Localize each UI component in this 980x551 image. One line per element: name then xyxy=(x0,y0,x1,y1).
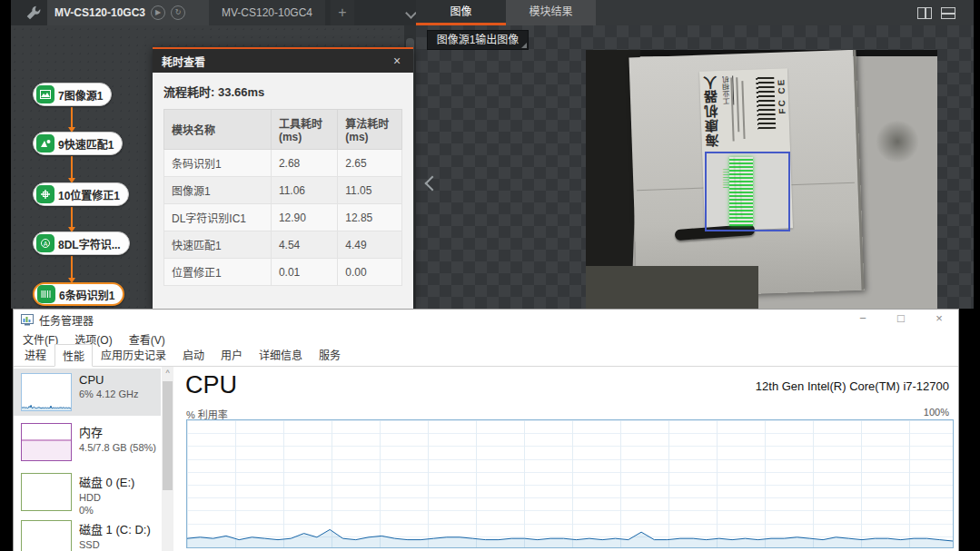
run-once-icon[interactable]: ▶ xyxy=(151,5,165,20)
table-row[interactable]: 快速匹配1 4.54 4.49 xyxy=(164,231,402,259)
cpu-sparkline xyxy=(22,374,71,410)
taskmgr-title: 任务管理器 xyxy=(39,312,94,328)
sidebar-scrollbar[interactable]: ^ xyxy=(162,367,173,551)
node-label: 10位置修正1 xyxy=(58,187,120,202)
sidebar-disk0-name: 磁盘 0 (E:) xyxy=(79,473,134,490)
table-row[interactable]: DL字符识别IC1 12.90 12.85 xyxy=(164,204,402,231)
window-controls: − □ × xyxy=(844,310,958,330)
taskmgr-titlebar[interactable]: 任务管理器 − □ × xyxy=(14,310,958,330)
cell-algo-time: 2.65 xyxy=(338,150,402,177)
taskmgr-tabbar: 进程 性能 应用历史记录 启动 用户 详细信息 服务 xyxy=(14,348,958,367)
sidebar-cpu-name: CPU xyxy=(79,373,138,387)
node-label: 9快速匹配1 xyxy=(58,136,114,152)
tab-app-history[interactable]: 应用历史记录 xyxy=(93,343,174,366)
scrollbar-up-arrow-icon[interactable]: ^ xyxy=(162,367,173,379)
add-solution-tab-button[interactable]: + xyxy=(331,0,354,25)
close-icon[interactable]: × xyxy=(390,54,404,68)
cell-tool-time: 4.54 xyxy=(271,231,337,259)
maximize-button[interactable]: □ xyxy=(882,310,920,330)
label-text-lines xyxy=(736,77,739,132)
axis-max-label: 100% xyxy=(924,407,949,418)
cost-table: 模块名称 工具耗时(ms) 算法耗时(ms) 条码识别1 2.68 2.65 图… xyxy=(163,109,402,286)
position-fix-icon xyxy=(36,185,54,203)
label-brand-text: 海康机器人 xyxy=(701,74,723,148)
tab-services[interactable]: 服务 xyxy=(311,343,349,366)
tab-performance[interactable]: 性能 xyxy=(54,344,93,367)
tab-startup[interactable]: 启动 xyxy=(174,343,213,366)
image-source-icon xyxy=(36,85,54,103)
tab-users[interactable]: 用户 xyxy=(213,343,251,366)
image-source-dropdown-label: 图像源1输出图像 xyxy=(437,34,520,46)
popup-title: 耗时查看 xyxy=(162,54,205,69)
node-label: 8DL字符识... xyxy=(58,236,121,251)
node-barcode-selected[interactable]: 6条码识别1 xyxy=(33,282,124,306)
fast-match-icon xyxy=(36,134,54,153)
sidebar-item-disk1[interactable]: 磁盘 1 (C: D:) SSD 0% xyxy=(14,516,161,551)
node-image-source[interactable]: 7图像源1 xyxy=(33,83,112,106)
table-row[interactable]: 图像源1 11.06 11.05 xyxy=(164,177,402,204)
cell-algo-time: 4.49 xyxy=(338,231,402,259)
node-label: 7图像源1 xyxy=(58,87,103,103)
wrench-icon[interactable] xyxy=(25,5,42,21)
table-row[interactable]: 位置修正1 0.01 0.00 xyxy=(164,259,402,286)
cell-module: 条码识别1 xyxy=(164,150,272,177)
image-panel-tabbar: 图像 模块结果 xyxy=(416,0,974,25)
cell-module: 位置修正1 xyxy=(164,259,272,286)
sidebar-memory-name: 内存 xyxy=(79,423,156,440)
sidebar-item-disk0[interactable]: 磁盘 0 (E:) HDD 0% xyxy=(14,468,161,520)
table-row[interactable]: 条码识别1 2.68 2.65 xyxy=(164,150,402,177)
close-button[interactable]: × xyxy=(920,310,958,330)
sidebar-disk0-percent: 0% xyxy=(79,505,134,516)
sidebar-item-cpu[interactable]: CPU 6% 4.12 GHz xyxy=(14,369,161,416)
disk1-mini-chart xyxy=(21,520,72,551)
sidebar-scrollbar-thumb[interactable] xyxy=(163,381,173,490)
label-text-lines xyxy=(730,77,734,141)
layout-view-icon[interactable] xyxy=(941,7,955,19)
tab-processes[interactable]: 进程 xyxy=(16,343,54,366)
split-view-icon[interactable] xyxy=(917,7,932,19)
collapse-panel-chevron-icon[interactable] xyxy=(425,176,441,192)
minimize-button[interactable]: − xyxy=(844,310,882,330)
cell-tool-time: 12.90 xyxy=(271,204,337,231)
photo-floor-shadow xyxy=(586,266,758,309)
sidebar-disk1-type: SSD xyxy=(79,539,151,550)
node-position-fix[interactable]: 10位置修正1 xyxy=(33,182,129,206)
sidebar-disk0-type: HDD xyxy=(79,492,134,503)
cpu-mini-chart xyxy=(21,373,72,411)
image-result-panel: 图像 模块结果 图像源1输出图像 海康机器人 xyxy=(416,0,974,309)
sidebar-item-memory[interactable]: 内存 4.5/7.8 GB (58%) xyxy=(14,418,161,466)
tab-details[interactable]: 详细信息 xyxy=(251,343,311,366)
panel-layout-icons xyxy=(917,7,955,19)
image-viewport[interactable]: 图像源1输出图像 海康机器人 工业相机 xyxy=(416,25,974,309)
resize-grip-icon xyxy=(521,43,527,48)
col-module-name: 模块名称 xyxy=(164,110,272,150)
cell-tool-time: 0.01 xyxy=(271,259,337,286)
tab-image[interactable]: 图像 xyxy=(416,0,506,25)
performance-page: CPU 6% 4.12 GHz 内存 4.5/7.8 GB (58%) 磁盘 0… xyxy=(14,367,958,551)
wall-shadow-blob xyxy=(875,121,920,162)
label-barcode xyxy=(756,76,776,130)
flow-arrow xyxy=(71,207,73,231)
label-text-lines xyxy=(741,81,745,139)
flow-total-value: 33.66ms xyxy=(218,85,264,99)
tab-module-result[interactable]: 模块结果 xyxy=(506,0,596,25)
flow-arrow xyxy=(71,156,73,182)
run-continuous-icon[interactable]: ↻ xyxy=(171,5,185,20)
flow-arrow xyxy=(71,107,73,131)
popup-body: 流程耗时: 33.66ms 模块名称 工具耗时(ms) 算法耗时(ms) 条码识… xyxy=(153,73,413,309)
chevron-down-icon[interactable] xyxy=(405,7,417,19)
solution-tab-active[interactable]: MV-CS120-10GC3 ▶ ↻ xyxy=(47,0,209,25)
cert-marks-text: FC CE xyxy=(776,77,787,113)
cell-module: 快速匹配1 xyxy=(164,231,272,259)
solution-tab-inactive[interactable]: MV-CS120-10GC4 xyxy=(209,0,325,25)
node-dl-ocr[interactable]: A 8DL字符识... xyxy=(33,231,130,255)
flow-arrow xyxy=(71,256,73,281)
col-tool-time: 工具耗时(ms) xyxy=(271,110,337,150)
cell-algo-time: 12.85 xyxy=(338,204,402,231)
node-fast-match[interactable]: 9快速匹配1 xyxy=(33,132,123,155)
image-source-dropdown[interactable]: 图像源1输出图像 xyxy=(427,30,529,50)
node-label: 6条码识别1 xyxy=(59,287,114,302)
barcode-icon xyxy=(37,285,55,303)
popup-titlebar[interactable]: 耗时查看 × xyxy=(153,49,413,73)
camera-photo: 海康机器人 工业相机 FC CE |||||||| xyxy=(586,50,937,309)
